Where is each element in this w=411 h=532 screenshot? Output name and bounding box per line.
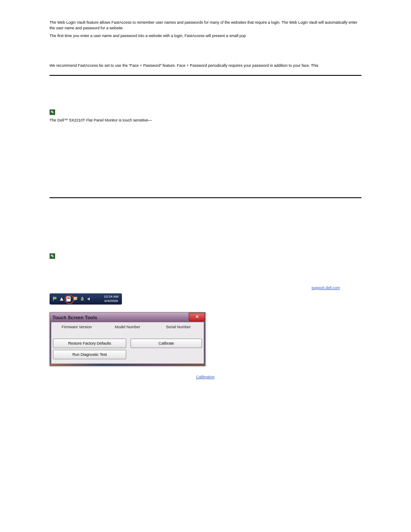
svg-rect-0 bbox=[53, 297, 56, 299]
run-diagnostic-test-button[interactable]: Run Diagnostic Test bbox=[53, 350, 126, 359]
tray-clock: 10:24 AM 6/4/2009 bbox=[102, 295, 120, 303]
flag-icon bbox=[53, 296, 57, 302]
svg-rect-1 bbox=[53, 297, 53, 301]
touch-intro: The Dell™ SX2210T Flat Panel Monitor is … bbox=[50, 118, 361, 123]
dialog-title: Touch Screen Tools bbox=[50, 313, 205, 322]
divider-2 bbox=[50, 197, 361, 198]
divider-1 bbox=[50, 75, 361, 76]
note-icon: ✎ bbox=[50, 109, 55, 115]
highlight-circle-icon bbox=[65, 295, 74, 304]
note-row-2: ✎ bbox=[50, 253, 361, 259]
touchscreen-tools-tray-icon[interactable] bbox=[66, 296, 71, 302]
vault-paragraph-1: The Web Login Vault feature allows FastA… bbox=[50, 20, 361, 31]
dialog-label-row: Firmware Version Model Number Serial Num… bbox=[51, 322, 204, 337]
note-icon: ✎ bbox=[50, 253, 55, 259]
note-row-1: ✎ bbox=[50, 109, 361, 115]
security-paragraph: We recommend FastAccess be set to use th… bbox=[50, 63, 361, 68]
system-tray: 10:24 AM 6/4/2009 bbox=[50, 293, 122, 305]
power-icon bbox=[80, 296, 84, 302]
svg-rect-5 bbox=[81, 298, 84, 301]
tray-date-text: 6/4/2009 bbox=[104, 299, 118, 303]
vault-paragraph-2: The first time you enter a user name and… bbox=[50, 33, 361, 39]
restore-factory-defaults-button[interactable]: Restore Factory Defaults bbox=[53, 339, 126, 348]
network-icon bbox=[59, 296, 64, 302]
calibrate-button[interactable]: Calibrate bbox=[131, 339, 202, 348]
dialog-bottom-edge bbox=[50, 364, 205, 366]
svg-rect-6 bbox=[82, 297, 83, 298]
label-serial-number: Serial Number bbox=[153, 325, 204, 329]
touch-screen-tools-dialog: Touch Screen Tools ✕ Firmware Version Mo… bbox=[50, 312, 206, 366]
support-link[interactable]: support.dell.com bbox=[311, 286, 340, 290]
label-model-number: Model Number bbox=[102, 325, 153, 329]
close-button[interactable]: ✕ bbox=[189, 313, 205, 321]
calibration-link[interactable]: Calibration bbox=[196, 375, 215, 379]
tray-time-text: 10:24 AM bbox=[104, 295, 118, 299]
close-icon: ✕ bbox=[195, 314, 199, 319]
label-firmware-version: Firmware Version bbox=[51, 325, 102, 329]
action-center-icon bbox=[73, 296, 78, 302]
volume-icon bbox=[87, 296, 91, 302]
svg-rect-4 bbox=[74, 297, 77, 300]
